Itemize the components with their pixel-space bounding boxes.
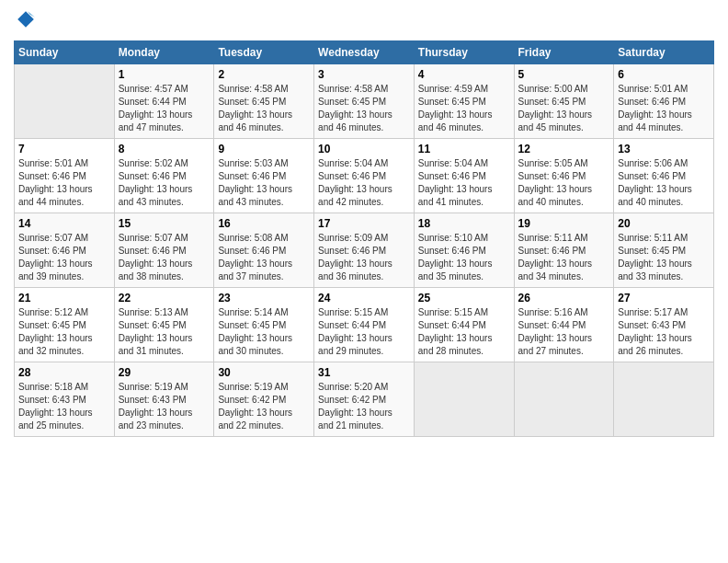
day-number: 18: [418, 217, 510, 230]
day-number: 5: [518, 68, 610, 81]
day-info: Sunrise: 5:03 AM Sunset: 6:46 PM Dayligh…: [218, 157, 310, 209]
day-info: Sunrise: 4:57 AM Sunset: 6:44 PM Dayligh…: [119, 83, 210, 134]
column-header-saturday: Saturday: [614, 41, 714, 64]
calendar-cell: [15, 64, 115, 139]
calendar-cell: 31Sunrise: 5:20 AM Sunset: 6:42 PM Dayli…: [314, 362, 415, 437]
calendar-cell: 15Sunrise: 5:07 AM Sunset: 6:46 PM Dayli…: [114, 213, 214, 288]
calendar-cell: 8Sunrise: 5:02 AM Sunset: 6:46 PM Daylig…: [114, 139, 214, 213]
day-number: 9: [218, 143, 310, 155]
calendar-cell: 25Sunrise: 5:15 AM Sunset: 6:44 PM Dayli…: [414, 288, 514, 362]
day-info: Sunrise: 5:07 AM Sunset: 6:46 PM Dayligh…: [119, 232, 210, 283]
calendar-cell: 9Sunrise: 5:03 AM Sunset: 6:46 PM Daylig…: [214, 139, 314, 213]
column-header-thursday: Thursday: [414, 41, 514, 64]
day-number: 19: [518, 217, 610, 230]
calendar-cell: 19Sunrise: 5:11 AM Sunset: 6:46 PM Dayli…: [514, 213, 614, 288]
day-number: 4: [418, 68, 510, 81]
calendar-cell: 23Sunrise: 5:14 AM Sunset: 6:45 PM Dayli…: [214, 288, 314, 362]
calendar-cell: 12Sunrise: 5:05 AM Sunset: 6:46 PM Dayli…: [514, 139, 614, 213]
calendar-cell: 30Sunrise: 5:19 AM Sunset: 6:42 PM Dayli…: [214, 362, 314, 437]
day-number: 16: [218, 217, 310, 230]
day-info: Sunrise: 4:58 AM Sunset: 6:45 PM Dayligh…: [318, 83, 410, 134]
day-number: 31: [318, 366, 410, 379]
logo-icon: [16, 9, 36, 29]
day-info: Sunrise: 5:04 AM Sunset: 6:46 PM Dayligh…: [318, 157, 410, 209]
day-info: Sunrise: 5:00 AM Sunset: 6:45 PM Dayligh…: [518, 83, 610, 134]
week-row-3: 14Sunrise: 5:07 AM Sunset: 6:46 PM Dayli…: [15, 213, 714, 288]
column-header-friday: Friday: [514, 41, 614, 64]
calendar-cell: [414, 362, 514, 437]
day-number: 10: [318, 143, 410, 155]
day-info: Sunrise: 5:08 AM Sunset: 6:46 PM Dayligh…: [218, 232, 310, 283]
day-number: 20: [618, 217, 710, 230]
column-header-monday: Monday: [114, 41, 214, 64]
day-info: Sunrise: 5:01 AM Sunset: 6:46 PM Dayligh…: [618, 83, 710, 134]
day-info: Sunrise: 5:19 AM Sunset: 6:43 PM Dayligh…: [119, 381, 210, 432]
day-info: Sunrise: 5:04 AM Sunset: 6:46 PM Dayligh…: [418, 157, 510, 209]
day-info: Sunrise: 5:07 AM Sunset: 6:46 PM Dayligh…: [18, 232, 110, 283]
day-number: 13: [618, 143, 710, 155]
day-number: 22: [119, 292, 210, 304]
calendar-cell: [514, 362, 614, 437]
calendar-cell: 1Sunrise: 4:57 AM Sunset: 6:44 PM Daylig…: [114, 64, 214, 139]
day-number: 27: [618, 292, 710, 304]
svg-marker-0: [17, 11, 34, 28]
day-info: Sunrise: 4:59 AM Sunset: 6:45 PM Dayligh…: [418, 83, 510, 134]
day-number: 29: [119, 366, 210, 379]
day-number: 14: [18, 217, 110, 230]
calendar-cell: 17Sunrise: 5:09 AM Sunset: 6:46 PM Dayli…: [314, 213, 415, 288]
week-row-5: 28Sunrise: 5:18 AM Sunset: 6:43 PM Dayli…: [15, 362, 714, 437]
calendar-cell: 20Sunrise: 5:11 AM Sunset: 6:45 PM Dayli…: [614, 213, 714, 288]
day-number: 25: [418, 292, 510, 304]
day-number: 26: [518, 292, 610, 304]
day-info: Sunrise: 5:16 AM Sunset: 6:44 PM Dayligh…: [518, 306, 610, 358]
calendar-cell: 22Sunrise: 5:13 AM Sunset: 6:45 PM Dayli…: [114, 288, 214, 362]
calendar-cell: 2Sunrise: 4:58 AM Sunset: 6:45 PM Daylig…: [214, 64, 314, 139]
calendar-cell: 16Sunrise: 5:08 AM Sunset: 6:46 PM Dayli…: [214, 213, 314, 288]
header: [14, 9, 714, 33]
day-number: 23: [218, 292, 310, 304]
week-row-4: 21Sunrise: 5:12 AM Sunset: 6:45 PM Dayli…: [15, 288, 714, 362]
day-info: Sunrise: 4:58 AM Sunset: 6:45 PM Dayligh…: [218, 83, 310, 134]
day-number: 7: [18, 143, 110, 155]
day-info: Sunrise: 5:20 AM Sunset: 6:42 PM Dayligh…: [318, 381, 410, 432]
day-number: 30: [218, 366, 310, 379]
day-info: Sunrise: 5:13 AM Sunset: 6:45 PM Dayligh…: [119, 306, 210, 358]
day-info: Sunrise: 5:11 AM Sunset: 6:45 PM Dayligh…: [618, 232, 710, 283]
day-info: Sunrise: 5:12 AM Sunset: 6:45 PM Dayligh…: [18, 306, 110, 358]
calendar-cell: 28Sunrise: 5:18 AM Sunset: 6:43 PM Dayli…: [15, 362, 115, 437]
day-info: Sunrise: 5:10 AM Sunset: 6:46 PM Dayligh…: [418, 232, 510, 283]
day-info: Sunrise: 5:17 AM Sunset: 6:43 PM Dayligh…: [618, 306, 710, 358]
day-info: Sunrise: 5:11 AM Sunset: 6:46 PM Dayligh…: [518, 232, 610, 283]
calendar-cell: 24Sunrise: 5:15 AM Sunset: 6:44 PM Dayli…: [314, 288, 415, 362]
day-number: 28: [18, 366, 110, 379]
day-info: Sunrise: 5:06 AM Sunset: 6:46 PM Dayligh…: [618, 157, 710, 209]
main-container: SundayMondayTuesdayWednesdayThursdayFrid…: [0, 0, 728, 446]
calendar-cell: [614, 362, 714, 437]
day-info: Sunrise: 5:15 AM Sunset: 6:44 PM Dayligh…: [418, 306, 510, 358]
day-number: 15: [119, 217, 210, 230]
day-info: Sunrise: 5:01 AM Sunset: 6:46 PM Dayligh…: [18, 157, 110, 209]
calendar-cell: 18Sunrise: 5:10 AM Sunset: 6:46 PM Dayli…: [414, 213, 514, 288]
day-number: 24: [318, 292, 410, 304]
day-number: 17: [318, 217, 410, 230]
logo: [14, 9, 36, 33]
calendar-cell: 27Sunrise: 5:17 AM Sunset: 6:43 PM Dayli…: [614, 288, 714, 362]
calendar-cell: 21Sunrise: 5:12 AM Sunset: 6:45 PM Dayli…: [15, 288, 115, 362]
calendar-cell: 29Sunrise: 5:19 AM Sunset: 6:43 PM Dayli…: [114, 362, 214, 437]
day-number: 21: [18, 292, 110, 304]
calendar-cell: 6Sunrise: 5:01 AM Sunset: 6:46 PM Daylig…: [614, 64, 714, 139]
calendar-cell: 4Sunrise: 4:59 AM Sunset: 6:45 PM Daylig…: [414, 64, 514, 139]
day-info: Sunrise: 5:15 AM Sunset: 6:44 PM Dayligh…: [318, 306, 410, 358]
calendar-header-row: SundayMondayTuesdayWednesdayThursdayFrid…: [15, 41, 714, 64]
calendar-cell: 13Sunrise: 5:06 AM Sunset: 6:46 PM Dayli…: [614, 139, 714, 213]
day-number: 2: [218, 68, 310, 81]
day-info: Sunrise: 5:02 AM Sunset: 6:46 PM Dayligh…: [119, 157, 210, 209]
day-info: Sunrise: 5:05 AM Sunset: 6:46 PM Dayligh…: [518, 157, 610, 209]
calendar-cell: 11Sunrise: 5:04 AM Sunset: 6:46 PM Dayli…: [414, 139, 514, 213]
calendar-cell: 10Sunrise: 5:04 AM Sunset: 6:46 PM Dayli…: [314, 139, 415, 213]
calendar-table: SundayMondayTuesdayWednesdayThursdayFrid…: [14, 40, 714, 437]
day-number: 3: [318, 68, 410, 81]
day-info: Sunrise: 5:09 AM Sunset: 6:46 PM Dayligh…: [318, 232, 410, 283]
day-info: Sunrise: 5:18 AM Sunset: 6:43 PM Dayligh…: [18, 381, 110, 432]
day-number: 1: [119, 68, 210, 81]
